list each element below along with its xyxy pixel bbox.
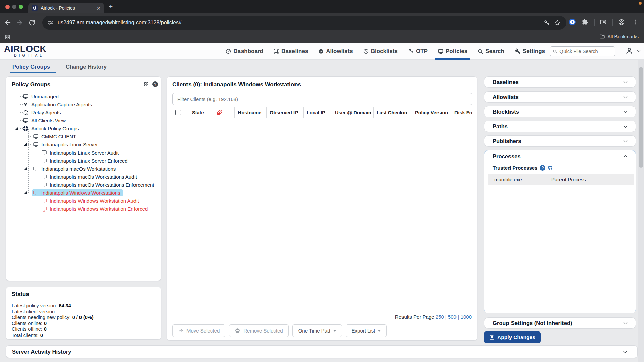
tree-item-indianapolis-macos-workstations[interactable]: Indianapolis macOs Workstations	[6, 165, 161, 173]
col-observed-ip[interactable]: Observed IP	[267, 107, 304, 118]
nav-blocklists[interactable]: Blocklists	[363, 43, 398, 60]
col-hostname[interactable]: Hostname	[235, 107, 267, 118]
browser-menu-kebab-icon[interactable]	[632, 19, 639, 27]
col-last-checkin[interactable]: Last Checkin	[374, 107, 412, 118]
tree-item-relay-agents[interactable]: Relay Agents	[6, 108, 161, 116]
accordion-publishers[interactable]: Publishers	[484, 135, 636, 147]
page-size-500[interactable]: 500	[448, 314, 457, 320]
tab-close-icon[interactable]: ✕	[96, 6, 101, 11]
tree-item-indianapolis-macos-workstations-audit[interactable]: Indianapolis macOs Workstations Audit	[6, 173, 161, 181]
accordion-baselines[interactable]: Baselines	[484, 76, 636, 88]
tree-item-airlock-policy-groups[interactable]: Airlock Policy Groups	[6, 124, 161, 132]
quick-file-search-input[interactable]	[559, 49, 612, 54]
col-state[interactable]: State	[189, 107, 213, 118]
nav-search[interactable]: Search	[477, 43, 504, 60]
chevron-down-icon	[623, 320, 628, 326]
tab-change-history[interactable]: Change History	[66, 64, 107, 70]
col-local-ip[interactable]: Local IP	[304, 107, 332, 118]
trusted-process-row[interactable]: mumble.exe Parent Process	[488, 174, 634, 185]
accordion-group-settings[interactable]: Group Settings (Not Inherited)	[484, 317, 636, 329]
help-icon[interactable]: ?	[152, 81, 158, 87]
page-scrollbar-thumb[interactable]	[639, 67, 643, 168]
window-minimize-button[interactable]	[12, 5, 16, 9]
main-nav: Dashboard Baselines Allowlists Blocklist…	[225, 43, 545, 60]
airlock-badge-icon[interactable]	[548, 165, 553, 170]
page-size-250[interactable]: 250	[436, 314, 444, 320]
one-time-pad-button[interactable]: One Time Pad	[292, 324, 342, 337]
col-policy-version[interactable]: Policy Version	[412, 107, 451, 118]
tree-item-all-clients-view[interactable]: All Clients View	[6, 116, 161, 124]
tab-policy-groups[interactable]: Policy Groups	[12, 64, 50, 70]
browser-profile-icon[interactable]	[618, 19, 625, 26]
expander-triangle-icon[interactable]	[15, 127, 18, 130]
tree-item-indianapolis-linux-server[interactable]: Indianapolis Linux Server	[6, 140, 161, 148]
airlock-favicon-icon	[32, 5, 38, 11]
tree-item-indianapolis-macos-workstations-enforcement[interactable]: Indianapolis macOs Workstations Enforcem…	[6, 181, 161, 189]
col-user-domain[interactable]: User @ Domain	[332, 107, 374, 118]
tree-item-indianapolis-windows-workstation-audit[interactable]: Indianapolis Windows Workstation Audit	[6, 197, 161, 205]
status-title: Status	[12, 291, 29, 298]
new-tab-button[interactable]: +	[109, 3, 113, 11]
quick-file-search[interactable]	[550, 46, 615, 56]
chevron-down-icon	[623, 94, 628, 100]
tree-item-indianapolis-windows-workstations[interactable]: Indianapolis Windows Workstations	[6, 189, 161, 197]
tree-item-indianapolis-windows-workstation-enforced[interactable]: Indianapolis Windows Workstation Enforce…	[6, 205, 161, 213]
key-icon	[408, 48, 414, 54]
url-text[interactable]: us2497.am.managedwhitelisting.com:3128/p…	[58, 20, 539, 26]
reload-icon[interactable]	[28, 19, 36, 26]
server-activity-history-bar[interactable]: Server Activity History	[6, 345, 638, 358]
expander-triangle-icon[interactable]	[24, 167, 27, 170]
all-bookmarks-label: All Bookmarks	[607, 34, 639, 39]
tree-item-indianapolis-linux-server-audit[interactable]: Indianapolis Linux Server Audit	[6, 148, 161, 157]
nav-otp[interactable]: OTP	[408, 43, 428, 60]
accordion-blocklists[interactable]: Blocklists	[484, 106, 636, 117]
bookmark-star-icon[interactable]	[554, 19, 561, 26]
policy-groups-title: Policy Groups	[12, 81, 50, 88]
send-to-device-icon[interactable]	[600, 19, 607, 26]
all-bookmarks-button[interactable]: All Bookmarks	[599, 34, 639, 39]
page-size-1000[interactable]: 1000	[461, 314, 472, 320]
trusted-processes-label-row: Trusted Processes ?	[493, 165, 553, 171]
accordion-paths[interactable]: Paths	[484, 121, 636, 132]
window-close-button[interactable]	[5, 5, 10, 9]
extensions-puzzle-icon[interactable]	[582, 19, 588, 27]
tree-item-unmanaged[interactable]: Unmanaged	[6, 92, 161, 100]
nav-dashboard[interactable]: Dashboard	[225, 43, 263, 60]
window-zoom-button[interactable]	[19, 5, 23, 9]
onepassword-extension-icon[interactable]: 1	[569, 19, 576, 25]
monitor-icon	[41, 158, 47, 164]
tree-item-indianapolis-linux-server-enforced[interactable]: Indianapolis Linux Server Enforced	[6, 157, 161, 165]
move-selected-button[interactable]: Move Selected	[172, 324, 225, 337]
select-all-checkbox[interactable]	[175, 110, 181, 115]
expander-triangle-icon[interactable]	[24, 143, 27, 146]
sync-icon	[23, 110, 29, 115]
col-otp[interactable]	[213, 107, 235, 118]
user-menu[interactable]	[625, 47, 641, 55]
forward-icon[interactable]	[16, 19, 23, 26]
nav-baselines[interactable]: Baselines	[273, 43, 308, 60]
tree-grid-icon[interactable]	[144, 82, 149, 87]
remove-selected-button[interactable]: Remove Selected	[229, 324, 288, 337]
chevron-down-icon	[623, 138, 628, 144]
expander-triangle-icon[interactable]	[24, 191, 27, 194]
address-bar[interactable]: us2497.am.managedwhitelisting.com:3128/p…	[42, 16, 566, 30]
help-icon[interactable]: ?	[540, 165, 545, 171]
accordion-processes-header[interactable]: Processes	[484, 150, 636, 162]
airlock-logo[interactable]: AIRLOCK DIGITAL	[4, 45, 47, 57]
browser-tab[interactable]: Airlock - Policies ✕	[28, 3, 104, 13]
col-disk-free[interactable]: Disk Free	[451, 107, 472, 118]
site-info-icon[interactable]	[48, 20, 54, 26]
filter-clients-field[interactable]	[172, 93, 472, 105]
accordion-allowlists[interactable]: Allowlists	[484, 91, 636, 103]
apply-changes-button[interactable]: Apply Changes	[484, 331, 541, 343]
nav-allowlists[interactable]: Allowlists	[318, 43, 353, 60]
passwords-key-icon[interactable]	[543, 19, 550, 26]
nav-settings[interactable]: Settings	[515, 43, 545, 60]
tree-item-application-capture-agents[interactable]: Application Capture Agents	[6, 100, 161, 108]
export-list-button[interactable]: Export List	[346, 324, 387, 337]
filter-clients-input[interactable]	[177, 96, 467, 102]
tree-item-cmmc-client[interactable]: CMMC CLIENT	[6, 132, 161, 140]
nav-policies[interactable]: Policies	[438, 43, 467, 60]
apps-grid-icon[interactable]	[5, 34, 10, 40]
back-icon[interactable]	[4, 19, 11, 26]
